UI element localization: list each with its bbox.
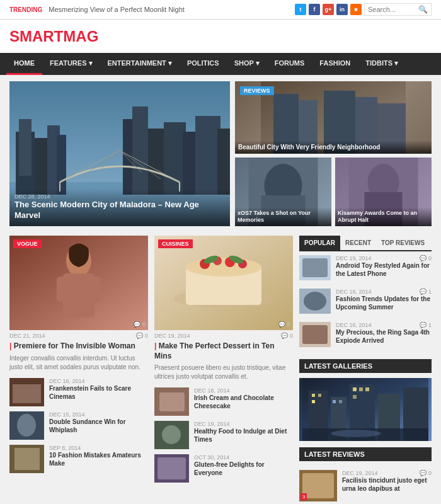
hero-side-top[interactable]: REVIEWS Beautiful City With Very Friendl…: [235, 81, 432, 154]
top-bar-right: t f g+ in ■ 🔍: [295, 3, 432, 16]
svg-rect-71: [312, 400, 315, 403]
search-input[interactable]: [368, 6, 418, 13]
three-col-section: VOGUE: [9, 236, 432, 504]
svg-rect-78: [365, 387, 369, 391]
svg-rect-38: [91, 277, 101, 302]
small-date-left-1: DEC 16, 2014: [49, 378, 148, 384]
svg-rect-73: [333, 400, 336, 403]
nav-forums[interactable]: FORUMS: [267, 53, 312, 75]
tab-article-1[interactable]: DEC 19, 2014 💬 0 Android Toy Restyled Ag…: [299, 251, 432, 285]
small-title-mid-1: Irish Cream and Chocolate Cheesecake: [194, 394, 293, 410]
top-bar: TRENDING Mesmerizing View of a Perfect M…: [0, 0, 441, 20]
hero-title: The Scenic Modern City of Maladora – New…: [14, 200, 225, 221]
gallery-svg: [299, 378, 432, 441]
small-title-left-2: Double Sundance Win for Whiplash: [49, 418, 148, 434]
featured-article-left[interactable]: VOGUE: [9, 236, 148, 372]
tab-recent[interactable]: RECENT: [340, 236, 376, 250]
nav-entertainment[interactable]: ENTERTAINMENT ▾: [100, 53, 180, 75]
hero-caption: DEC 28, 2014 The Scenic Modern City of M…: [9, 188, 230, 226]
svg-rect-66: [302, 325, 328, 344]
tab-title-2: Fashion Trends Updates for the Upcoming …: [336, 295, 432, 311]
small-img-left-3: [9, 445, 44, 473]
nav-fashion[interactable]: FASHION: [312, 53, 358, 75]
trending-label: TRENDING: [9, 6, 42, 13]
svg-rect-79: [353, 395, 357, 399]
small-content-mid-1: DEC 18, 2014 Irish Cream and Chocolate C…: [194, 387, 293, 410]
svg-rect-69: [312, 394, 315, 397]
tab-top-reviews[interactable]: TOP REVIEWS: [376, 236, 430, 250]
logo-bar: SMARTMAG: [0, 20, 441, 53]
small-article-mid-1[interactable]: DEC 18, 2014 Irish Cream and Chocolate C…: [154, 387, 293, 416]
gplus-icon[interactable]: g+: [323, 4, 334, 15]
left-article-comments: 💬 0: [136, 333, 148, 339]
mid-article-title: | Make The Perfect Dessert in Ten Mins: [154, 341, 293, 361]
svg-rect-40: [13, 384, 41, 403]
small-article-left-2[interactable]: DEC 15, 2014 Double Sundance Win for Whi…: [9, 411, 148, 440]
nav-tidbits[interactable]: TIDBITS ▾: [358, 53, 406, 75]
nav-politics[interactable]: POLITICS: [180, 53, 227, 75]
small-content-left-3: SEP 8, 2014 10 Fashion Mistakes Amateurs…: [49, 445, 148, 467]
small-title-left-3: 10 Fashion Mistakes Amateurs Make: [49, 451, 148, 467]
cuisine-img-svg: [154, 236, 293, 330]
tab-title-3: My Precious, the Ring Saga 4th Expiode A…: [336, 328, 432, 345]
svg-point-48: [186, 258, 261, 277]
mid-comments: 💬 0: [278, 321, 290, 328]
linkedin-icon[interactable]: in: [336, 4, 348, 15]
featured-article-mid[interactable]: CUISINES: [154, 236, 293, 381]
review-img-1: 3: [299, 470, 337, 501]
tab-content-3: DEC 16, 2014 💬 1 My Precious, the Ring S…: [336, 322, 432, 347]
nav-home[interactable]: HOME: [6, 53, 42, 75]
hero-mini-2[interactable]: Kisammy Awards Come to an Abrupt Halt: [335, 158, 432, 226]
left-article-title: | Premiere for The Invisible Woman: [9, 341, 148, 352]
small-article-mid-3[interactable]: OCT 30, 2014 Gluten-free Delights for Ev…: [154, 454, 293, 483]
twitter-icon[interactable]: t: [295, 4, 306, 15]
svg-rect-76: [353, 387, 357, 391]
nav-features[interactable]: FEATURES ▾: [42, 53, 100, 75]
hero-main[interactable]: TIDBITS: [9, 81, 230, 226]
reviews-header: LATEST REVIEWS: [299, 447, 432, 461]
left-article-date: DEC 21, 2014: [9, 333, 45, 339]
small-img-mid-2: [154, 421, 189, 449]
tab-section: POPULAR RECENT TOP REVIEWS DEC 19, 2014 …: [299, 236, 432, 352]
tab-popular[interactable]: POPULAR: [299, 236, 340, 250]
small-article-mid-2[interactable]: DEC 19, 2014 Healthy Food to Indulge at …: [154, 421, 293, 449]
rss-icon[interactable]: ■: [350, 4, 362, 15]
vogue-img-svg: [9, 236, 148, 330]
left-article-excerpt: Integer convallis convallis interdum. Ut…: [9, 354, 148, 372]
small-title-mid-3: Gluten-free Delights for Everyone: [194, 461, 293, 477]
svg-rect-13: [217, 129, 230, 195]
mid-article-comments: 💬 0: [281, 333, 293, 339]
svg-rect-8: [132, 106, 148, 195]
site-logo[interactable]: SMARTMAG: [9, 28, 432, 45]
left-comments: 💬 0: [134, 321, 146, 328]
small-content-mid-3: OCT 30, 2014 Gluten-free Delights for Ev…: [194, 454, 293, 477]
left-article-image: VOGUE: [9, 236, 148, 330]
svg-rect-62: [302, 258, 328, 277]
hero-date: DEC 28, 2014: [14, 193, 225, 200]
small-article-left-1[interactable]: DEC 16, 2014 Frankenstein Fails to Scare…: [9, 378, 148, 406]
review-item-1[interactable]: 3 DEC 19, 2014 💬 0 Facilisis tincidunt j…: [299, 466, 432, 504]
small-content-mid-2: DEC 19, 2014 Healthy Food to Indulge at …: [194, 421, 293, 444]
review-content-1: DEC 19, 2014 💬 0 Facilisis tincidunt jus…: [342, 470, 432, 501]
mid-tag: CUISINES: [158, 239, 193, 248]
hero-side: REVIEWS Beautiful City With Very Friendl…: [235, 81, 432, 226]
tab-date-3: DEC 16, 2014 💬 1: [336, 322, 432, 328]
gallery-image[interactable]: [299, 378, 432, 441]
mini1-caption: xOS7 Takes a Shot on Your Memories: [235, 207, 331, 226]
search-button[interactable]: 🔍: [418, 5, 428, 14]
svg-rect-3: [19, 119, 32, 176]
nav-shop[interactable]: SHOP ▾: [227, 53, 267, 75]
small-date-mid-2: DEC 19, 2014: [194, 421, 293, 427]
svg-rect-70: [318, 394, 321, 397]
col-left: VOGUE: [9, 236, 148, 504]
tab-article-3[interactable]: DEC 16, 2014 💬 1 My Precious, the Ring S…: [299, 318, 432, 352]
tab-article-2[interactable]: DEC 16, 2014 💬 1 Fashion Trends Updates …: [299, 285, 432, 318]
side-top-tag: REVIEWS: [240, 86, 274, 95]
facebook-icon[interactable]: f: [309, 4, 320, 15]
small-img-mid-3: [154, 454, 189, 483]
hero-mini-1[interactable]: xOS7 Takes a Shot on Your Memories: [235, 158, 331, 226]
small-article-left-3[interactable]: SEP 8, 2014 10 Fashion Mistakes Amateurs…: [9, 445, 148, 473]
reviews-section: LATEST REVIEWS 3 DEC 19, 2014 💬 0 Facili…: [299, 447, 432, 504]
logo-part1: SMART: [9, 28, 63, 45]
svg-rect-12: [195, 116, 220, 195]
